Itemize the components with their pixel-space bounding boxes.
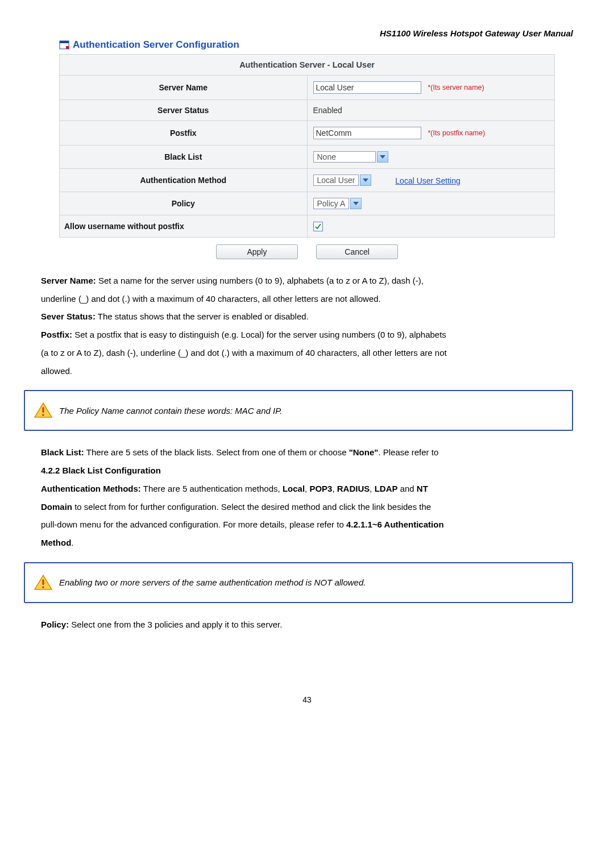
row-server-name: Server Name *(Its server name) — [60, 76, 555, 100]
postfix-desc-1: Set a postfix that is easy to distinguis… — [72, 330, 446, 339]
note-text-1: The Policy Name cannot contain these wor… — [59, 406, 282, 416]
section-title: Authentication Server Configuration — [59, 39, 573, 51]
description-block-2: Black List: There are 5 sets of the blac… — [41, 445, 573, 551]
apply-button[interactable]: Apply — [216, 244, 298, 259]
warning-icon — [31, 575, 56, 591]
server-status-value: Enabled — [307, 100, 555, 121]
svg-rect-10 — [43, 579, 44, 585]
description-block-3: Policy: Select one from the 3 policies a… — [41, 617, 573, 633]
server-name-hint: *(Its server name) — [428, 84, 484, 92]
svg-marker-4 — [363, 178, 368, 182]
server-status-desc-title: Sever Status: — [41, 312, 96, 321]
svg-rect-2 — [66, 46, 69, 49]
black-list-desc-pre: There are 5 sets of the black lists. Sel… — [84, 447, 349, 457]
cancel-button[interactable]: Cancel — [316, 244, 398, 259]
label-auth-method: Authentication Method — [60, 169, 308, 192]
svg-point-11 — [42, 586, 44, 588]
doc-header: HS1100 Wireless Hotspot Gateway User Man… — [41, 28, 573, 38]
m-local: Local — [283, 484, 305, 493]
svg-marker-5 — [353, 202, 359, 205]
label-black-list: Black List — [60, 146, 308, 169]
description-block: Server Name: Set a name for the server u… — [41, 273, 573, 379]
postfix-desc-3: allowed. — [41, 363, 573, 379]
chevron-down-icon — [377, 151, 388, 163]
label-policy: Policy — [60, 192, 308, 215]
config-table: Authentication Server - Local User Serve… — [59, 54, 555, 238]
server-status-desc: The status shows that the server is enab… — [96, 312, 309, 321]
server-name-desc-1: Set a name for the server using numbers … — [96, 276, 424, 285]
auth-methods-desc-pre: There are 5 authentication methods, — [141, 484, 283, 493]
button-row: Apply Cancel — [41, 244, 573, 259]
server-name-input[interactable] — [313, 81, 421, 94]
label-server-status: Server Status — [60, 100, 308, 121]
postfix-hint: *(Its postfix name) — [428, 129, 485, 137]
postfix-input[interactable] — [313, 127, 421, 139]
page-number: 43 — [41, 695, 573, 704]
black-list-ref: 4.2.2 Black List Configuration — [41, 466, 161, 475]
row-server-status: Server Status Enabled — [60, 100, 555, 121]
local-user-setting-link[interactable]: Local User Setting — [395, 176, 460, 185]
black-list-none: "None" — [349, 447, 379, 457]
m-pop3: POP3 — [309, 484, 332, 493]
section-title-text: Authentication Server Configuration — [73, 39, 239, 51]
row-allow-username: Allow username without postfix — [60, 215, 555, 238]
m-ldap: LDAP — [375, 484, 398, 493]
auth-methods-ref: 4.2.1.1~6 Authentication — [346, 520, 444, 529]
auth-methods-line2-body: to select from for further configuration… — [72, 502, 431, 512]
postfix-desc-2: (a to z or A to Z), dash (-), underline … — [41, 345, 573, 361]
row-auth-method: Authentication Method Local User Local U… — [60, 169, 555, 192]
black-list-desc-title: Black List: — [41, 447, 84, 457]
svg-rect-7 — [43, 407, 44, 413]
note-box-2: Enabling two or more servers of the same… — [24, 562, 573, 603]
auth-methods-desc-title: Authentication Methods: — [41, 484, 141, 493]
row-policy: Policy Policy A — [60, 192, 555, 215]
m-nt: NT — [417, 484, 428, 493]
m-and: and — [397, 484, 416, 493]
policy-value: Policy A — [317, 199, 346, 208]
black-list-value: None — [317, 152, 336, 161]
label-server-name: Server Name — [60, 76, 308, 100]
black-list-desc-post: . Please refer to — [378, 447, 438, 457]
svg-marker-3 — [380, 155, 385, 159]
row-black-list: Black List None — [60, 146, 555, 169]
row-postfix: Postfix *(Its postfix name) — [60, 121, 555, 146]
label-allow-username: Allow username without postfix — [60, 215, 308, 238]
note-text-2: Enabling two or more servers of the same… — [59, 578, 366, 587]
label-postfix: Postfix — [60, 121, 308, 146]
policy-desc-title: Policy: — [41, 620, 69, 629]
warning-icon — [31, 402, 56, 418]
note-box-1: The Policy Name cannot contain these wor… — [24, 390, 573, 431]
allow-username-checkbox[interactable] — [313, 222, 323, 231]
auth-methods-line2-pre: Domain — [41, 502, 72, 512]
svg-point-8 — [42, 414, 44, 416]
table-title: Authentication Server - Local User — [60, 55, 555, 76]
policy-select[interactable]: Policy A — [313, 198, 362, 209]
svg-rect-1 — [60, 41, 69, 43]
auth-method-select[interactable]: Local User — [313, 175, 372, 186]
auth-method-value: Local User — [317, 176, 355, 185]
m-radius: RADIUS — [337, 484, 370, 493]
policy-desc-body: Select one from the 3 policies and apply… — [69, 620, 282, 629]
black-list-select[interactable]: None — [313, 151, 388, 163]
server-name-desc-title: Server Name: — [41, 276, 96, 285]
postfix-desc-title: Postfix: — [41, 330, 72, 339]
auth-methods-line4: Method — [41, 538, 71, 547]
server-name-desc-2: underline (_) and dot (.) with a maximum… — [41, 291, 573, 307]
chevron-down-icon — [360, 175, 371, 186]
config-table-block: Authentication Server - Local User Serve… — [59, 54, 555, 238]
config-panel-icon — [59, 40, 69, 49]
auth-methods-line3-pre: pull-down menu for the advanced configur… — [41, 520, 346, 529]
chevron-down-icon — [350, 198, 362, 209]
